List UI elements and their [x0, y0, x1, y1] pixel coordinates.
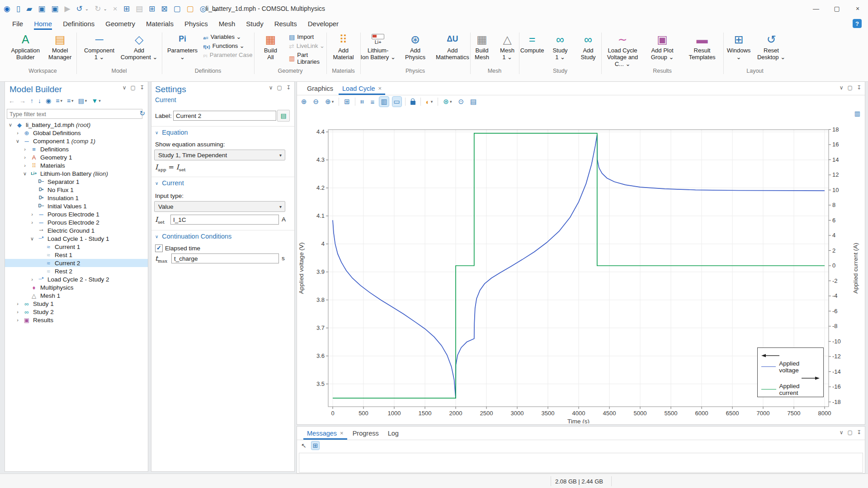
show-icon[interactable]: ◉: [46, 97, 51, 104]
color-palette-icon[interactable]: ◐▾: [425, 97, 434, 107]
build-mesh-button[interactable]: ▦Build Mesh: [470, 31, 494, 61]
ribbon-tab-definitions[interactable]: Definitions: [63, 17, 94, 30]
delete-icon[interactable]: ⊠: [161, 5, 167, 13]
expand-node-icon[interactable]: ›: [15, 130, 20, 136]
parameter-case-button[interactable]: PiParameter Case: [203, 52, 253, 58]
maximize-button[interactable]: ▢: [826, 0, 847, 17]
application-builder-button[interactable]: AApplication Builder: [9, 31, 42, 61]
tree-item-geometry-1[interactable]: ›AGeometry 1: [5, 153, 148, 161]
tree-item-no-flux-1[interactable]: D•No Flux 1: [5, 186, 148, 194]
forward-icon[interactable]: →: [19, 97, 26, 104]
zoom-out-icon[interactable]: ⊖: [312, 97, 321, 107]
equation-section-header[interactable]: ∨Equation: [155, 129, 188, 136]
tree-item-current-1[interactable]: ≈Current 1: [5, 243, 148, 251]
reset-desktop-button[interactable]: ↺Reset Desktop ⌄: [756, 31, 787, 61]
build-all-button[interactable]: ▦Build All: [254, 31, 287, 61]
tmax-input[interactable]: [171, 253, 279, 263]
tree-item-results[interactable]: ›▣Results: [5, 316, 148, 324]
input-type-select[interactable]: Value ▾: [154, 201, 285, 212]
collapse-panel-icon[interactable]: ∨: [123, 84, 127, 91]
collapse-node-icon[interactable]: ∨: [22, 171, 28, 177]
tree-item-materials[interactable]: ›⠿Materials: [5, 161, 148, 169]
snapshot-icon[interactable]: ⊙: [457, 97, 465, 107]
tab-progress[interactable]: Progress: [348, 427, 383, 440]
ribbon-tab-results[interactable]: Results: [274, 17, 297, 30]
tree-item-global-definitions[interactable]: ›⊕Global Definitions: [5, 129, 148, 137]
open-file-icon[interactable]: ▰: [26, 5, 32, 13]
collapse-panel-icon[interactable]: ∨: [269, 84, 273, 91]
add-mathematics-button[interactable]: ΔUAdd Mathematics: [435, 31, 470, 61]
tree-item-electric-ground-1[interactable]: –•Electric Ground 1: [5, 226, 148, 235]
expand-node-icon[interactable]: ›: [22, 163, 28, 168]
zoom-extents-icon[interactable]: ⊞: [343, 97, 351, 107]
expand-node-icon[interactable]: ›: [29, 277, 35, 282]
ribbon-tab-mesh[interactable]: Mesh: [219, 17, 236, 30]
x-axis-grid-icon[interactable]: ≡: [359, 97, 366, 107]
print-icon[interactable]: ▤: [469, 97, 478, 107]
collapse-icon[interactable]: ≡▾: [67, 97, 74, 104]
tab-messages[interactable]: Messages×: [302, 427, 348, 440]
float-panel-icon[interactable]: ▢: [848, 84, 853, 91]
tree-item-current-2[interactable]: ≈Current 2: [5, 259, 148, 267]
ribbon-tab-physics[interactable]: Physics: [184, 17, 208, 30]
select-arrow-icon[interactable]: ↖: [300, 441, 308, 450]
ribbon-tab-file[interactable]: File: [12, 17, 23, 30]
close-button[interactable]: ×: [847, 0, 868, 17]
expand-node-icon[interactable]: ›: [29, 211, 35, 217]
tree-item-load-cycle-1-study-1[interactable]: ∨─*Load Cycle 1 - Study 1: [5, 235, 148, 243]
tree-item-mesh-1[interactable]: △Mesh 1: [5, 291, 148, 300]
float-panel-icon[interactable]: ▢: [277, 84, 282, 91]
tree-filter-input[interactable]: [7, 109, 142, 119]
collapse-panel-icon[interactable]: ∨: [840, 84, 844, 91]
undo-icon[interactable]: ↺: [76, 5, 82, 13]
save-icon[interactable]: ▣: [38, 5, 45, 13]
expand-node-icon[interactable]: ›: [15, 301, 20, 306]
ribbon-tab-study[interactable]: Study: [246, 17, 263, 30]
add-study-button[interactable]: ∞Add Study: [575, 31, 601, 61]
plot-data-icon[interactable]: ▥: [379, 97, 388, 107]
select-box-icon[interactable]: ▢: [174, 5, 181, 13]
tree-item-component-1[interactable]: ∨─Component 1 (comp 1): [5, 137, 148, 145]
close-tab-icon[interactable]: ×: [340, 430, 344, 436]
load-cycle-voltage-and-current-button[interactable]: ∼Load Cycle Voltage and C... ⌄: [604, 31, 642, 67]
move-up-icon[interactable]: ↑: [30, 97, 33, 104]
expand-node-icon[interactable]: ›: [22, 146, 28, 152]
filter-icon[interactable]: ▼▾: [91, 97, 100, 104]
ribbon-tab-developer[interactable]: Developer: [308, 17, 339, 30]
zoom-box-icon[interactable]: ⊕▾: [324, 97, 335, 107]
y-axis-grid-icon[interactable]: ≡: [369, 97, 376, 107]
close-tab-icon[interactable]: ×: [378, 85, 382, 92]
ribbon-tab-geometry[interactable]: Geometry: [105, 17, 135, 30]
result-templates-button[interactable]: ▬Result Templates: [683, 31, 721, 61]
collapse-node-icon[interactable]: ∨: [8, 122, 13, 128]
variables-button[interactable]: a=Variables ⌄: [203, 33, 253, 40]
expand-node-icon[interactable]: ›: [15, 309, 20, 314]
tree-item-lithium-ion-battery[interactable]: ∨Li+Lithium-Ion Battery (liion): [5, 169, 148, 178]
add-material-button[interactable]: ⠿Add Material: [326, 31, 360, 61]
tooltip-icon[interactable]: ▭: [392, 97, 401, 107]
tab-log[interactable]: Log: [383, 427, 403, 440]
model-manager-button[interactable]: ▤Model Manager: [44, 31, 77, 61]
plot-settings-icon[interactable]: ⊛▾: [442, 97, 453, 107]
current-section-header[interactable]: ∨Current: [155, 179, 184, 187]
import-button[interactable]: ▤Import: [289, 33, 326, 40]
chevron-down-icon[interactable]: ⌄: [103, 6, 107, 11]
lock-axis-icon[interactable]: [409, 98, 417, 106]
collapse-node-icon[interactable]: ∨: [15, 138, 20, 144]
pin-panel-icon[interactable]: ↧: [857, 429, 861, 436]
redo-icon[interactable]: ↻: [94, 5, 101, 13]
tree-item-study-2[interactable]: ›∞Study 2: [5, 308, 148, 316]
tree-item-rest-1[interactable]: ≈Rest 1: [5, 251, 148, 259]
tree-item-load-cycle-2-study-2[interactable]: ›─*Load Cycle 2 - Study 2: [5, 275, 148, 283]
collapse-node-icon[interactable]: ∨: [29, 236, 35, 242]
parameters-button[interactable]: PiParameters ⌄: [164, 31, 202, 61]
new-file-icon[interactable]: ▯: [16, 5, 20, 13]
expand-node-icon[interactable]: ›: [29, 220, 35, 225]
tree-item-insulation-1[interactable]: D•Insulation 1: [5, 194, 148, 202]
cut-icon[interactable]: ×: [113, 5, 118, 13]
tree-item-rest-2[interactable]: ≈Rest 2: [5, 267, 148, 275]
pin-panel-icon[interactable]: ↧: [140, 84, 144, 91]
study-1-button[interactable]: ∞Study 1 ⌄: [547, 31, 573, 61]
label-input[interactable]: [173, 111, 276, 121]
functions-button[interactable]: f(x)Functions ⌄: [203, 42, 253, 49]
